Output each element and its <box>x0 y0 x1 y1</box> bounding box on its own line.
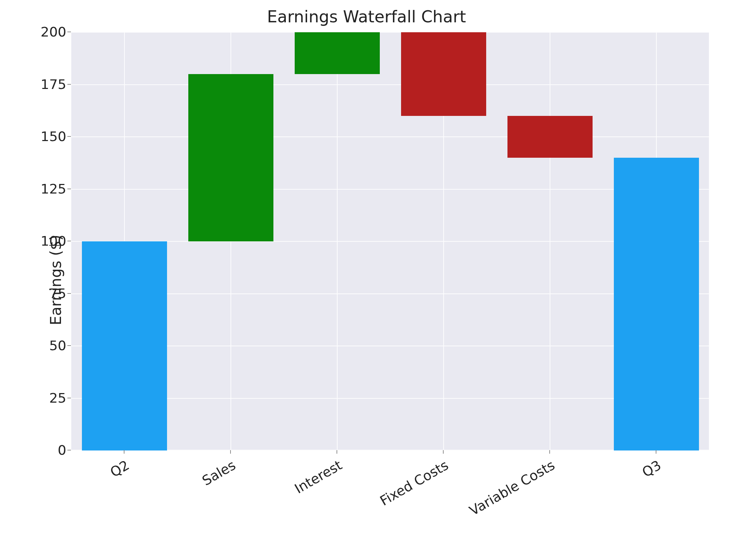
grid-line-horizontal <box>71 189 709 190</box>
x-tick-label: Variable Costs <box>457 457 557 524</box>
chart-title: Earnings Waterfall Chart <box>0 7 733 26</box>
waterfall-chart: Earnings Waterfall Chart Earnings ($) 02… <box>0 0 733 560</box>
grid-line-vertical <box>550 32 550 450</box>
y-tick-mark <box>67 241 71 241</box>
x-tick-mark <box>124 450 124 454</box>
x-tick-label: Sales <box>138 457 238 524</box>
x-tick-label: Q3 <box>564 457 664 524</box>
x-tick-label: Interest <box>245 457 345 524</box>
y-tick-mark <box>67 136 71 137</box>
bar-q2 <box>82 241 167 450</box>
y-tick-mark <box>67 84 71 85</box>
y-tick-label: 100 <box>10 233 66 249</box>
bar-interest <box>295 32 380 74</box>
bar-variable-costs <box>507 116 593 158</box>
x-tick-mark <box>230 450 231 454</box>
x-tick-mark <box>337 450 337 454</box>
x-tick-label: Fixed Costs <box>351 457 451 524</box>
bar-sales <box>188 74 273 241</box>
y-tick-label: 0 <box>10 442 66 458</box>
y-tick-mark <box>67 345 71 346</box>
grid-line-horizontal <box>71 136 709 137</box>
y-tick-mark <box>67 32 71 32</box>
bar-q3 <box>614 158 699 450</box>
y-tick-mark <box>67 293 71 294</box>
y-tick-label: 25 <box>10 390 66 406</box>
y-tick-mark <box>67 450 71 450</box>
y-tick-mark <box>67 189 71 189</box>
y-tick-label: 75 <box>10 286 66 301</box>
plot-area <box>71 32 709 450</box>
y-tick-label: 200 <box>10 24 66 40</box>
grid-line-horizontal <box>71 84 709 85</box>
grid-line-horizontal <box>71 32 709 33</box>
y-tick-label: 175 <box>10 77 66 92</box>
x-tick-mark <box>443 450 444 454</box>
y-tick-label: 125 <box>10 181 66 197</box>
grid-line-vertical <box>337 32 338 450</box>
x-tick-mark <box>656 450 656 454</box>
x-tick-label: Q2 <box>32 457 132 524</box>
y-tick-label: 150 <box>10 129 66 144</box>
y-tick-label: 50 <box>10 338 66 353</box>
y-tick-mark <box>67 398 71 398</box>
x-tick-mark <box>549 450 550 454</box>
bar-fixed-costs <box>401 32 486 116</box>
